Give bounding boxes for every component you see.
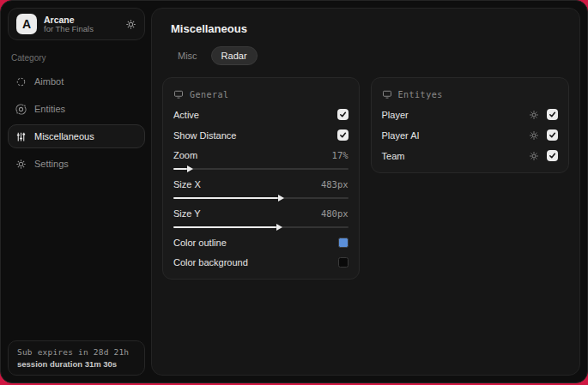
sidebar-item-label: Settings <box>34 159 69 169</box>
monitor-icon <box>382 89 392 99</box>
toggle-row-show-distance: Show Distance <box>173 129 349 141</box>
tab-misc[interactable]: Misc <box>167 46 208 65</box>
general-card-header: General <box>173 89 349 99</box>
entity-row-player-ai: Player AI <box>382 129 558 141</box>
entity-row-player: Player <box>382 109 558 120</box>
sidebar-item-aimbot[interactable]: Aimbot <box>8 69 145 93</box>
zoom-slider-fill[interactable] <box>173 168 187 170</box>
team-checkbox[interactable] <box>547 150 558 161</box>
general-card-title: General <box>190 90 229 99</box>
page-title: Miscellaneous <box>171 22 569 35</box>
active-checkbox[interactable] <box>337 109 349 120</box>
slider-row-size-x: Size X 483px <box>173 179 349 189</box>
color-background-swatch[interactable] <box>338 257 349 268</box>
subscription-card: Sub expires in 28d 21h session duration … <box>8 340 145 376</box>
sidebar-item-label: Entities <box>34 104 65 114</box>
checkmark-icon <box>549 131 556 139</box>
sliders-icon <box>15 131 27 142</box>
entities-card-title: Entityes <box>398 90 443 99</box>
sidebar-item-label: Miscellaneous <box>34 131 94 141</box>
entity-label: Team <box>382 151 405 161</box>
checkmark-icon <box>549 152 556 159</box>
sidebar-item-miscellaneous[interactable]: Miscellaneous <box>8 124 145 148</box>
player-checkbox[interactable] <box>547 109 558 120</box>
app-logo: A <box>16 14 37 34</box>
crosshair-icon <box>15 76 27 87</box>
slider-value: 17% <box>332 150 349 160</box>
app-logo-letter: A <box>22 17 31 31</box>
entities-card-header: Entityes <box>382 89 558 99</box>
color-label: Color outline <box>173 238 227 248</box>
app-name: Arcane <box>44 15 125 25</box>
main-panel: Miscellaneous Misc Radar General <box>151 8 580 376</box>
gear-icon[interactable] <box>529 151 539 161</box>
app-title-block: Arcane for The Finals <box>44 15 125 34</box>
sub-expiry-text: Sub expires in 28d 21h <box>17 347 136 357</box>
app-window: A Arcane for The Finals Category <box>0 0 588 383</box>
entity-controls <box>529 109 558 120</box>
size-y-slider-fill[interactable] <box>173 226 276 228</box>
slider-row-size-y: Size Y 480px <box>173 208 349 219</box>
entity-label: Player <box>382 110 409 120</box>
gear-icon[interactable] <box>529 110 539 120</box>
color-outline-swatch[interactable] <box>338 238 349 248</box>
general-card: General Active Show Distance <box>162 77 360 280</box>
entity-controls <box>529 129 558 141</box>
entities-card: Entityes Player <box>371 77 569 173</box>
toggle-row-active: Active <box>173 109 349 120</box>
entity-label: Player AI <box>382 130 420 141</box>
checkmark-icon <box>339 111 347 118</box>
settings-cards: General Active Show Distance <box>162 77 569 280</box>
color-label: Color background <box>173 257 248 268</box>
size-x-slider[interactable] <box>173 197 349 199</box>
zoom-slider[interactable] <box>173 168 349 170</box>
sidebar-spacer <box>8 176 145 340</box>
entity-controls <box>529 150 558 161</box>
sidebar-item-label: Aimbot <box>34 76 64 87</box>
desktop-background: A Arcane for The Finals Category <box>0 0 588 385</box>
toggle-label: Show Distance <box>173 130 236 141</box>
session-duration-text: session duration 31m 30s <box>17 359 136 369</box>
gear-icon[interactable] <box>125 19 136 30</box>
monitor-icon <box>173 89 184 99</box>
sidebar-item-entities[interactable]: Entities <box>8 97 145 121</box>
orbit-icon <box>15 104 27 115</box>
category-label: Category <box>11 53 142 63</box>
app-subtitle: for The Finals <box>44 25 125 34</box>
toggle-label: Active <box>173 110 199 120</box>
entity-row-team: Team <box>382 150 558 161</box>
color-row-outline: Color outline <box>173 238 349 248</box>
slider-label: Zoom <box>173 150 197 160</box>
checkmark-icon <box>549 111 556 118</box>
sidebar-nav: Aimbot Entities <box>8 69 145 176</box>
color-row-background: Color background <box>173 257 349 268</box>
tab-bar: Misc Radar <box>167 46 569 65</box>
sidebar: A Arcane for The Finals Category <box>1 1 151 382</box>
slider-value: 480px <box>321 208 349 219</box>
slider-value: 483px <box>321 179 349 189</box>
size-x-slider-fill[interactable] <box>173 197 278 199</box>
player-ai-checkbox[interactable] <box>547 129 558 141</box>
sidebar-item-settings[interactable]: Settings <box>8 152 145 176</box>
slider-label: Size X <box>173 179 201 189</box>
size-y-slider[interactable] <box>173 226 349 228</box>
app-header-card: A Arcane for The Finals <box>8 8 145 40</box>
checkmark-icon <box>339 131 347 139</box>
tab-radar[interactable]: Radar <box>211 46 258 65</box>
slider-label: Size Y <box>173 208 201 219</box>
gear-icon <box>15 159 27 170</box>
slider-row-zoom: Zoom 17% <box>173 150 349 160</box>
show-distance-checkbox[interactable] <box>337 129 349 141</box>
gear-icon[interactable] <box>529 130 539 141</box>
